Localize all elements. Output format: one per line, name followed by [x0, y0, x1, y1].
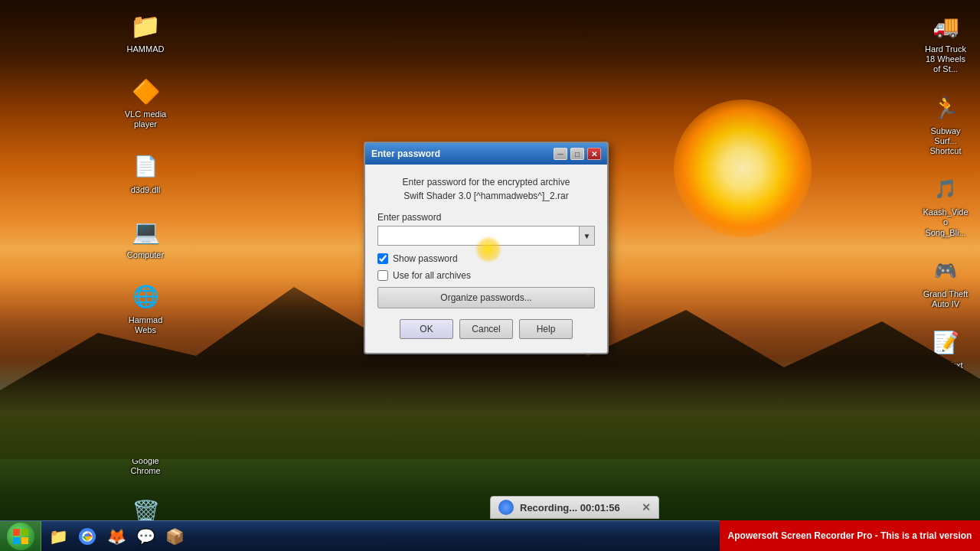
- recording-close-button[interactable]: ✕: [642, 501, 651, 514]
- svg-point-0: [133, 425, 158, 450]
- icon-label-network: Network: [130, 390, 161, 400]
- show-password-row: Show password: [377, 253, 595, 264]
- use-for-all-row: Use for all archives: [377, 270, 595, 281]
- desktop-icons-left: 📁 HAMMAD 🔶 VLC media player 📄 d3d9.dll 💻…: [119, 8, 172, 551]
- password-input[interactable]: [378, 227, 579, 245]
- desktop-icon-hammad[interactable]: 📁 HAMMAD: [119, 8, 172, 57]
- password-dropdown-button[interactable]: ▼: [579, 227, 594, 245]
- svg-rect-3: [13, 529, 20, 536]
- dialog-title: Enter password: [371, 148, 554, 159]
- password-input-wrapper: ▼: [377, 226, 595, 246]
- dialog-message-line2: Swift Shader 3.0 [^hammadwebs^]_2.rar: [403, 191, 568, 201]
- desktop-icon-d3d9[interactable]: 📄 d3d9.dll: [119, 148, 172, 198]
- taskbar-firefox[interactable]: 🦊: [103, 523, 130, 550]
- svg-point-2: [141, 433, 150, 442]
- dialog-close-button[interactable]: ✕: [587, 148, 601, 160]
- dialog-minimize-button[interactable]: ─: [554, 148, 567, 160]
- taskbar-chrome-icon: [79, 528, 96, 545]
- taskbar-winrar[interactable]: 📦: [161, 523, 188, 550]
- organize-passwords-button[interactable]: Organize passwords...: [377, 287, 595, 308]
- icon-label-gta: Grand Theft Auto IV: [922, 289, 969, 309]
- dialog-footer: OK Cancel Help: [377, 319, 595, 342]
- ok-button[interactable]: OK: [400, 319, 453, 339]
- svg-rect-5: [13, 537, 20, 544]
- icon-label-d3d9: d3d9.dll: [131, 185, 161, 195]
- gta-icon: 🎮: [930, 256, 961, 286]
- dialog-controls: ─ □ ✕: [554, 148, 601, 160]
- taskbar-explorer[interactable]: 📁: [44, 523, 72, 550]
- webs-icon: 🌐: [130, 282, 161, 312]
- dialog-titlebar: Enter password ─ □ ✕: [365, 143, 607, 165]
- desktop-icon-new-text[interactable]: 📝 New Text Document (2): [919, 324, 972, 394]
- desktop-icon-vlc[interactable]: 🔶 VLC media player: [119, 73, 172, 132]
- trial-bar: Apowersoft Screen Recorder Pro - This is…: [720, 520, 980, 551]
- icon-label-subway: Subway Surf... Shortcut: [922, 126, 969, 157]
- vlc-icon: 🔶: [130, 76, 161, 106]
- show-password-label: Show password: [393, 253, 458, 264]
- use-for-all-checkbox[interactable]: [377, 270, 388, 281]
- dialog-maximize-button[interactable]: □: [570, 148, 584, 160]
- start-button[interactable]: [0, 521, 41, 552]
- windows-logo-icon: [12, 528, 29, 545]
- recording-text: Recording... 00:01:56: [520, 502, 620, 514]
- trial-text: Apowersoft Screen Recorder Pro - This is…: [728, 530, 972, 541]
- desktop-icon-kaash[interactable]: 🎵 Kaash_Video Song_Bli...: [919, 171, 972, 241]
- desktop-icons-right: 🚚 Hard Truck 18 Wheels of St... 🏃 Subway…: [919, 8, 972, 394]
- recording-bar: Recording... 00:01:56 ✕: [490, 496, 659, 519]
- recording-dot: [498, 500, 514, 515]
- cancel-button[interactable]: Cancel: [459, 319, 513, 339]
- taskbar-chrome[interactable]: [74, 523, 101, 550]
- icon-label-computer: Computer: [127, 250, 164, 260]
- dll-icon: 📄: [130, 152, 161, 182]
- icon-label-hammad-webs: Hammad Webs: [122, 315, 169, 335]
- start-orb: [7, 523, 34, 550]
- kaash-icon: 🎵: [930, 174, 961, 204]
- network-icon: 🌐: [130, 357, 161, 387]
- dialog-body: Enter password for the encrypted archive…: [365, 165, 607, 353]
- password-section-label: Enter password: [377, 212, 595, 223]
- show-password-checkbox[interactable]: [377, 253, 388, 264]
- subway-icon: 🏃: [930, 93, 961, 123]
- computer-icon: 💻: [130, 217, 161, 247]
- icon-label-hammad: HAMMAD: [127, 44, 165, 54]
- icon-label-vlc: VLC media player: [122, 109, 169, 129]
- dialog-message-line1: Enter password for the encrypted archive: [403, 177, 570, 187]
- desktop-icon-network[interactable]: 🌐 Network: [119, 354, 172, 403]
- use-for-all-label: Use for all archives: [393, 270, 471, 281]
- desktop-icon-subway-surf[interactable]: 🏃 Subway Surf... Shortcut: [919, 90, 972, 160]
- icon-label-hard-truck: Hard Truck 18 Wheels of St...: [922, 44, 969, 75]
- icon-label-chrome: Google Chrome: [122, 456, 169, 476]
- svg-point-1: [138, 430, 153, 445]
- folder-icon: 📁: [130, 11, 161, 41]
- chrome-icon: [130, 422, 161, 453]
- desktop-icon-hammad-webs[interactable]: 🌐 Hammad Webs: [119, 279, 172, 338]
- hard-truck-icon: 🚚: [930, 11, 961, 41]
- desktop-icon-computer[interactable]: 💻 Computer: [119, 214, 172, 263]
- dialog-message: Enter password for the encrypted archive…: [377, 175, 595, 203]
- desktop-icon-gta[interactable]: 🎮 Grand Theft Auto IV: [919, 253, 972, 312]
- taskbar-skype[interactable]: 💬: [132, 523, 159, 550]
- new-text-icon: 📝: [930, 327, 961, 357]
- desktop-icon-hard-truck[interactable]: 🚚 Hard Truck 18 Wheels of St...: [919, 8, 972, 78]
- help-button[interactable]: Help: [519, 319, 573, 339]
- desktop-icon-chrome[interactable]: Google Chrome: [119, 419, 172, 479]
- icon-label-new-text: New Text Document (2): [922, 360, 969, 391]
- icon-label-kaash: Kaash_Video Song_Bli...: [922, 207, 969, 238]
- desktop: 📁 HAMMAD 🔶 VLC media player 📄 d3d9.dll 💻…: [0, 0, 980, 551]
- svg-rect-6: [21, 537, 28, 544]
- password-dialog: Enter password ─ □ ✕ Enter password for …: [364, 142, 609, 354]
- svg-rect-4: [21, 529, 28, 536]
